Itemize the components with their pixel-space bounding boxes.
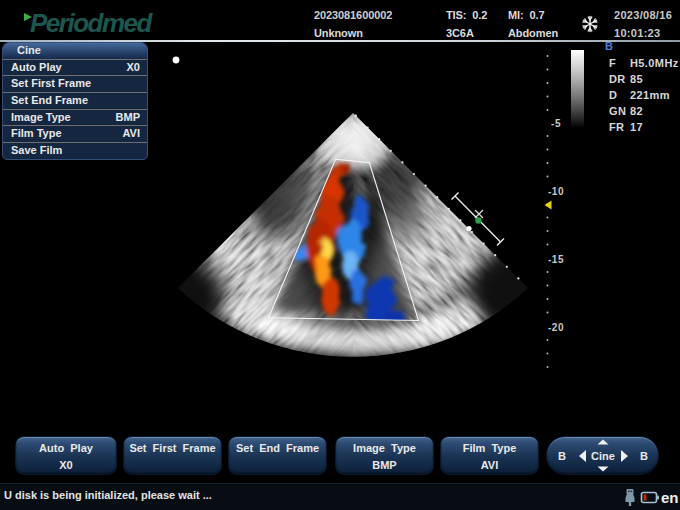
svg-text:B: B xyxy=(558,450,566,462)
svg-text:B: B xyxy=(605,40,613,52)
svg-text:Cine: Cine xyxy=(591,450,615,462)
svg-text:B: B xyxy=(640,450,648,462)
